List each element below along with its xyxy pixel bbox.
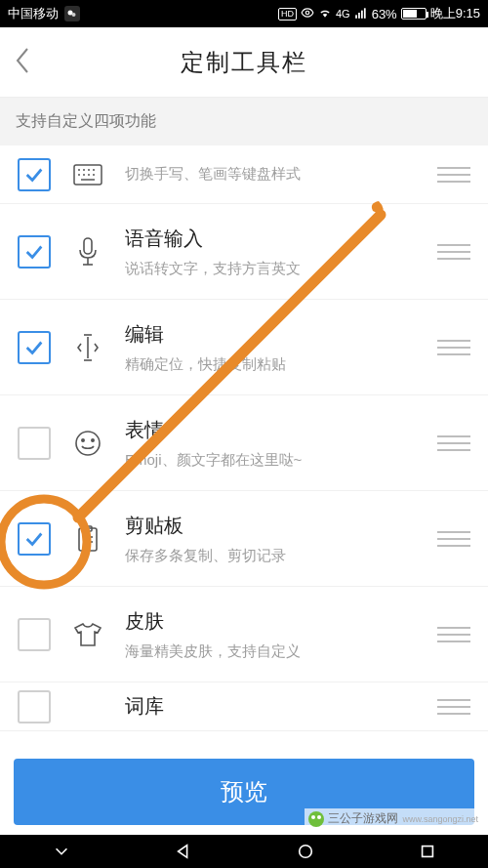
row-subtitle: 切换手写、笔画等键盘样式 (125, 165, 420, 184)
drag-handle-icon[interactable] (437, 531, 470, 547)
list-item[interactable]: 表情 Emoji、颜文字都在这里哒~ (0, 395, 488, 491)
clock: 晚上9:15 (430, 5, 480, 22)
row-subtitle: 精确定位，快捷复制粘贴 (125, 355, 420, 374)
checkbox[interactable] (18, 331, 51, 364)
svg-rect-6 (364, 8, 366, 18)
drag-handle-icon[interactable] (437, 167, 470, 183)
row-title: 词库 (125, 693, 420, 720)
status-bar: 中国移动 HD 4G 63% 晚上9:15 (0, 0, 488, 27)
list-item[interactable]: 切换手写、笔画等键盘样式 (0, 145, 488, 204)
page-title: 定制工具栏 (181, 47, 307, 78)
svg-rect-4 (358, 13, 360, 19)
checkbox[interactable] (18, 158, 51, 191)
list-item[interactable]: 编辑 精确定位，快捷复制粘贴 (0, 300, 488, 395)
watermark-url: www.sangongzi.net (402, 814, 478, 824)
checkbox[interactable] (18, 522, 51, 556)
list-item[interactable]: 词库 (0, 682, 488, 731)
network-label: 4G (336, 8, 350, 20)
row-title: 编辑 (125, 321, 420, 348)
hd-icon: HD (278, 8, 297, 21)
svg-point-25 (92, 438, 94, 440)
microphone-icon (68, 237, 107, 267)
svg-marker-30 (178, 846, 186, 858)
list-item[interactable]: 皮肤 海量精美皮肤，支持自定义 (0, 587, 488, 682)
list-item[interactable]: 语音输入 说话转文字，支持方言英文 (0, 204, 488, 300)
row-subtitle: 保存多条复制、剪切记录 (125, 547, 420, 565)
nav-back-icon[interactable] (175, 843, 192, 860)
nav-home-icon[interactable] (297, 843, 314, 860)
row-subtitle: 海量精美皮肤，支持自定义 (125, 642, 420, 661)
wechat-icon (64, 6, 80, 21)
drag-handle-icon[interactable] (437, 699, 470, 715)
svg-point-2 (305, 11, 309, 15)
checkbox[interactable] (18, 618, 51, 651)
svg-rect-17 (84, 238, 92, 254)
header: 定制工具栏 (0, 27, 488, 98)
row-title: 表情 (125, 417, 420, 443)
svg-point-31 (299, 846, 311, 858)
row-title: 剪贴板 (125, 513, 420, 539)
battery-pct: 63% (372, 7, 397, 21)
svg-point-23 (76, 432, 100, 455)
clipboard-icon (68, 525, 107, 553)
cursor-icon (68, 333, 107, 362)
row-title: 皮肤 (125, 608, 420, 635)
svg-rect-5 (361, 11, 363, 19)
signal-icon (354, 6, 368, 21)
checkbox[interactable] (18, 690, 51, 723)
drag-handle-icon[interactable] (437, 244, 470, 260)
toolbar-list: 切换手写、笔画等键盘样式 语音输入 说话转文字，支持方言英文 编辑 精确定位，快… (0, 145, 488, 780)
svg-point-24 (82, 438, 84, 440)
carrier-label: 中国移动 (8, 5, 59, 22)
battery-icon (401, 8, 427, 20)
nav-menu-icon[interactable] (53, 843, 70, 860)
nav-recents-icon[interactable] (419, 843, 436, 860)
watermark: 三公子游戏网 www.sangongzi.net (305, 808, 482, 829)
drag-handle-icon[interactable] (437, 340, 470, 355)
hint-bar: 支持自定义四项功能 (0, 98, 488, 145)
svg-point-1 (72, 13, 76, 17)
drag-handle-icon[interactable] (437, 627, 470, 642)
eye-icon (301, 6, 314, 21)
checkbox[interactable] (18, 427, 51, 460)
svg-rect-3 (355, 15, 357, 18)
android-navbar (0, 835, 488, 868)
svg-rect-32 (422, 847, 432, 857)
wifi-icon (318, 6, 332, 21)
checkbox[interactable] (18, 235, 51, 269)
emoji-icon (68, 430, 107, 457)
watermark-text: 三公子游戏网 (328, 810, 398, 827)
list-item[interactable]: 剪贴板 保存多条复制、剪切记录 (0, 491, 488, 587)
watermark-icon (308, 811, 324, 827)
row-title: 语音输入 (125, 226, 420, 252)
back-button[interactable] (14, 45, 33, 80)
tshirt-icon (68, 622, 107, 647)
keyboard-icon (68, 164, 107, 186)
row-subtitle: 说话转文字，支持方言英文 (125, 260, 420, 278)
drag-handle-icon[interactable] (437, 435, 470, 451)
row-subtitle: Emoji、颜文字都在这里哒~ (125, 451, 420, 470)
